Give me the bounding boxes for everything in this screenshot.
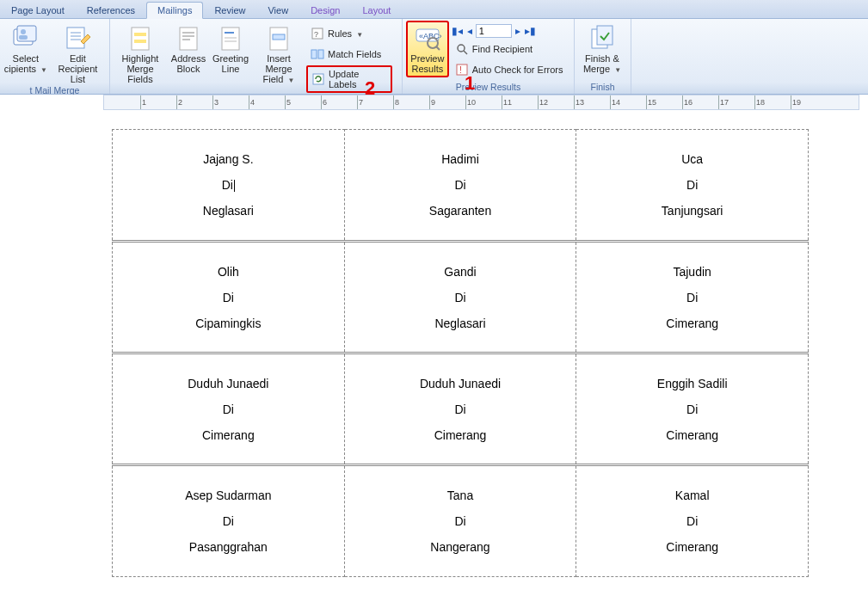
label-cell[interactable]: HadimiDiSagaranten	[344, 130, 576, 242]
labels-table: Jajang S.DiNeglasariHadimiDiSagarantenUc…	[112, 129, 809, 577]
edit-list-icon	[64, 24, 91, 52]
highlight-icon	[126, 24, 154, 52]
record-nav: ▮◂ ◂ ▸ ▸▮	[451, 24, 570, 38]
svg-rect-9	[134, 33, 146, 36]
finish-merge-icon	[588, 24, 616, 52]
tab-page-layout[interactable]: Page Layout	[0, 2, 76, 18]
label-cell[interactable]: UcaDiTanjungsari	[576, 130, 809, 242]
label-cell[interactable]: GandiDiNeglasari	[344, 242, 576, 353]
svg-text:?: ?	[314, 30, 318, 39]
recipients-icon	[12, 24, 40, 52]
first-record-button[interactable]: ▮◂	[451, 25, 464, 37]
svg-rect-35	[597, 26, 613, 45]
tab-references[interactable]: References	[76, 2, 146, 18]
greeting-line-icon	[217, 24, 244, 52]
annotation-1: 1	[465, 72, 475, 95]
label-cell[interactable]: Duduh JunaediDiCimerang	[113, 353, 345, 465]
match-fields-icon	[311, 47, 324, 61]
tab-review[interactable]: Review	[203, 2, 256, 18]
page[interactable]: Jajang S.DiNeglasariHadimiDiSagarantenUc…	[103, 112, 817, 596]
rules-icon: ?	[311, 27, 324, 40]
select-recipients-button[interactable]: Selectcipients ▼	[3, 21, 48, 76]
update-labels-icon	[311, 72, 325, 86]
edit-recipient-list-button[interactable]: EditRecipient List	[50, 21, 106, 84]
label-cell[interactable]: TanaDiNangerang	[344, 465, 576, 577]
find-recipient-button[interactable]: Find Recipient	[451, 40, 570, 58]
group-label-finish: Finish	[578, 81, 627, 94]
preview-results-icon: «ABC»	[414, 24, 441, 52]
greeting-line-button[interactable]: GreetingLine	[210, 21, 251, 74]
svg-rect-4	[67, 28, 84, 48]
label-cell[interactable]: KamalDiCimerang	[576, 465, 809, 577]
svg-rect-15	[222, 28, 239, 50]
insert-field-icon	[265, 24, 292, 52]
tab-layout[interactable]: Layout	[351, 2, 402, 18]
svg-rect-20	[273, 34, 285, 40]
svg-rect-23	[311, 50, 317, 58]
prev-record-button[interactable]: ◂	[466, 25, 473, 37]
svg-line-29	[436, 46, 440, 50]
preview-results-button[interactable]: «ABC» PreviewResults	[406, 21, 449, 77]
label-cell[interactable]: OlihDiCipamingkis	[113, 242, 345, 353]
ribbon-tabs: Page Layout References Mailings Review V…	[0, 0, 868, 19]
svg-point-2	[21, 29, 26, 34]
svg-rect-24	[318, 50, 323, 58]
svg-rect-3	[19, 35, 28, 40]
ruler-area: 12345678910111213141516171819	[0, 95, 868, 112]
highlight-merge-fields-button[interactable]: HighlightMerge Fields	[114, 21, 167, 84]
horizontal-ruler[interactable]: 12345678910111213141516171819	[103, 95, 859, 110]
svg-text:!: !	[459, 65, 462, 75]
rules-button[interactable]: ? Rules ▼	[306, 24, 392, 43]
insert-merge-field-button[interactable]: Insert MergeField ▼	[253, 21, 305, 86]
update-labels-button[interactable]: Update Labels	[306, 65, 392, 93]
ribbon: Selectcipients ▼ EditRecipient List t Ma…	[0, 19, 868, 95]
record-number-input[interactable]	[476, 24, 512, 38]
svg-point-30	[458, 45, 465, 52]
match-fields-button[interactable]: Match Fields	[306, 45, 392, 64]
svg-line-31	[464, 51, 467, 54]
document-area: Jajang S.DiNeglasariHadimiDiSagarantenUc…	[0, 112, 868, 596]
label-cell[interactable]: TajudinDiCimerang	[576, 242, 809, 353]
address-block-icon	[175, 24, 202, 52]
tab-design[interactable]: Design	[299, 2, 351, 18]
next-record-button[interactable]: ▸	[514, 25, 521, 37]
finish-merge-button[interactable]: Finish &Merge ▼	[578, 21, 626, 76]
tab-mailings[interactable]: Mailings	[146, 2, 203, 19]
last-record-button[interactable]: ▸▮	[524, 25, 537, 37]
find-icon	[455, 42, 469, 56]
label-cell[interactable]: Jajang S.DiNeglasari	[113, 130, 345, 242]
tab-view[interactable]: View	[256, 2, 299, 18]
label-cell[interactable]: Enggih SadiliDiCimerang	[576, 353, 809, 465]
svg-rect-11	[180, 28, 197, 50]
svg-rect-25	[313, 74, 323, 84]
group-label-preview: Preview Results	[406, 81, 570, 94]
address-block-button[interactable]: AddressBlock	[169, 21, 208, 74]
label-cell[interactable]: Asep SudarmanDiPasanggrahan	[113, 465, 345, 577]
svg-rect-8	[132, 28, 149, 50]
label-cell[interactable]: Duduh JunaediDiCimerang	[344, 353, 576, 465]
svg-rect-10	[134, 40, 146, 43]
